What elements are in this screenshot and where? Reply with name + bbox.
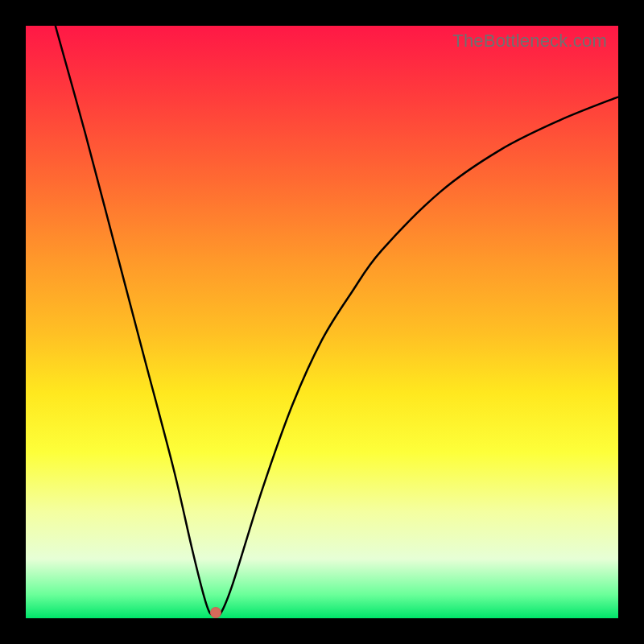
bottleneck-curve: [26, 26, 618, 618]
chart-frame: TheBottleneck.com: [0, 0, 644, 644]
bottleneck-marker-dot: [210, 607, 221, 618]
curve-path: [56, 26, 618, 616]
plot-area: TheBottleneck.com: [26, 26, 618, 618]
